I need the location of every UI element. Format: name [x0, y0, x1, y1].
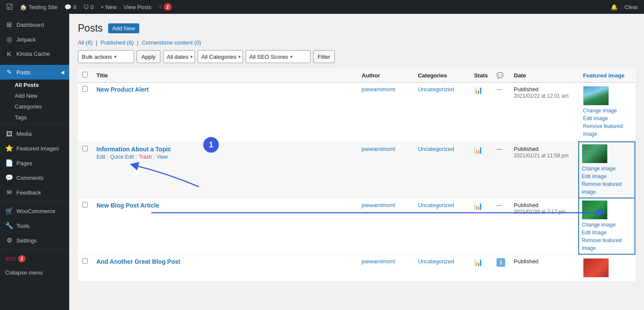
sidebar-subitem-categories[interactable]: Categories	[0, 101, 69, 112]
adminbar-comments[interactable]: 💬 8	[61, 0, 80, 14]
row2-edit-link[interactable]: Edit	[96, 154, 106, 160]
row4-checkbox[interactable]	[82, 258, 88, 264]
adminbar-yoast[interactable]: Y 2	[155, 0, 175, 14]
row3-date-value: 2021/01/20 at 7:17 pm	[514, 209, 566, 215]
row3-category-cell: Uncategorized	[413, 198, 470, 254]
sidebar-item-kinsta[interactable]: K Kinsta Cache	[0, 47, 69, 61]
row2-author-link[interactable]: joewarnimont	[362, 146, 395, 152]
row1-category-cell: Uncategorized	[413, 83, 470, 142]
select-all-checkbox[interactable]	[82, 72, 88, 77]
row4-author-link[interactable]: joewarnimont	[362, 258, 395, 265]
row3-category-link[interactable]: Uncategorized	[418, 202, 454, 208]
table-row: New Product Alert joewarnimont Uncategor…	[78, 83, 635, 142]
row2-checkbox[interactable]	[82, 146, 88, 151]
row2-title-link[interactable]: Information About a Topic	[96, 146, 171, 153]
sidebar-item-jetpack[interactable]: ◎ Jetpack	[0, 32, 69, 47]
row2-img-links: Change image Edit Image Remove featured …	[582, 165, 632, 196]
add-new-button[interactable]: Add New	[108, 23, 140, 33]
filter-published-link[interactable]: Published (6)	[101, 39, 134, 46]
sidebar-item-posts[interactable]: ✎ Posts ◀	[0, 65, 69, 80]
row2-date-cell: Published 2021/01/21 at 11:59 pm	[509, 142, 579, 198]
row1-author-link[interactable]: joewarnimont	[362, 86, 395, 93]
adminbar-notifications[interactable]: 🔔	[607, 0, 621, 14]
sidebar-item-featured-images[interactable]: ⭐ Featured Images	[0, 141, 69, 156]
row2-change-image-link[interactable]: Change image	[582, 165, 632, 173]
row1-featured-thumb[interactable]	[583, 86, 609, 105]
row2-view-link[interactable]: View	[157, 154, 168, 160]
sidebar-item-dashboard[interactable]: ⊞ Dashboard	[0, 17, 69, 32]
row2-date-value: 2021/01/21 at 11:59 pm	[514, 153, 569, 159]
bulk-actions-select[interactable]: Bulk actions	[80, 54, 120, 60]
seo-icon: SEO	[5, 256, 13, 262]
pages-icon: 📄	[5, 159, 13, 167]
row4-stats-icon[interactable]: 📊	[474, 259, 483, 266]
row2-featured-thumb[interactable]	[582, 144, 608, 163]
row1-change-image-link[interactable]: Change image	[583, 107, 631, 115]
row2-stats-cell: 📊	[470, 142, 492, 198]
sidebar-subitem-add-new[interactable]: Add New	[0, 90, 69, 101]
sidebar-item-feedback[interactable]: ✉ Feedback	[0, 185, 69, 200]
page-title-row: Posts Add New	[78, 22, 635, 34]
row3-stats-icon[interactable]: 📊	[474, 202, 483, 210]
sidebar-item-tools[interactable]: 🔧 Tools	[0, 218, 69, 233]
sidebar-item-settings[interactable]: ⚙ Settings	[0, 233, 69, 248]
sidebar-item-media[interactable]: 🖼 Media	[0, 127, 69, 141]
row3-author-link[interactable]: joewarnimont	[362, 202, 395, 208]
row2-remove-image-link[interactable]: Remove featured image	[582, 180, 632, 196]
row4-featured-cell	[579, 254, 635, 281]
dates-select[interactable]: All dates	[165, 54, 196, 60]
sidebar-item-seo[interactable]: SEO 2	[0, 252, 69, 266]
adminbar-view-posts[interactable]: View Posts	[120, 0, 155, 14]
row4-title-link[interactable]: And Another Great Blog Post	[96, 258, 180, 265]
dashboard-icon: ⊞	[5, 21, 13, 29]
filter-cornerstone-link[interactable]: Cornerstone content (0)	[142, 39, 201, 46]
row3-remove-image-link[interactable]: Remove featured image	[582, 236, 632, 252]
row4-comments-cell: 1	[492, 254, 509, 281]
adminbar-clear[interactable]: Clear	[621, 4, 641, 10]
adminbar-site[interactable]: 🏠 Testing Site	[16, 0, 61, 14]
row4-featured-thumb[interactable]	[583, 258, 609, 278]
filter-button[interactable]: Filter	[313, 50, 335, 63]
row2-edit-image-link[interactable]: Edit Image	[582, 173, 632, 180]
posts-icon: ✎	[5, 68, 13, 76]
sidebar-subitem-all-posts[interactable]: All Posts	[0, 80, 69, 90]
sidebar-item-comments[interactable]: 💬 Comments	[0, 170, 69, 185]
row1-stats-icon[interactable]: 📊	[474, 86, 483, 94]
jetpack-icon: ◎	[5, 35, 13, 43]
row3-edit-image-link[interactable]: Edit Image	[582, 229, 632, 236]
sidebar-item-woocommerce[interactable]: 🛒 WooCommerce	[0, 204, 69, 218]
home-icon: 🏠	[20, 4, 27, 10]
row4-category-cell: Uncategorized	[413, 254, 470, 281]
collapse-menu-btn[interactable]: Collapse menu	[0, 266, 69, 279]
sidebar-item-pages[interactable]: 📄 Pages	[0, 156, 69, 170]
row1-checkbox[interactable]	[82, 86, 88, 92]
adminbar-new[interactable]: + New	[97, 0, 120, 14]
row2-featured-cell: Change image Edit Image Remove featured …	[579, 142, 635, 198]
wp-logo[interactable]: ☑	[3, 2, 16, 12]
row2-trash-link[interactable]: Trash	[139, 154, 152, 160]
adminbar-bubbles[interactable]: 🗨 0	[80, 0, 97, 14]
filter-all-link[interactable]: All (6)	[78, 39, 93, 46]
row1-edit-image-link[interactable]: Edit Image	[583, 115, 631, 122]
row1-category-link[interactable]: Uncategorized	[418, 86, 454, 93]
seo-scores-select[interactable]: All SEO Scores	[248, 54, 296, 60]
row4-comments-badge: 1	[497, 258, 505, 267]
sidebar-subitem-tags[interactable]: Tags	[0, 112, 69, 123]
row2-category-link[interactable]: Uncategorized	[418, 146, 454, 152]
row3-featured-thumb[interactable]	[582, 200, 608, 220]
apply-button[interactable]: Apply	[137, 50, 160, 63]
row4-stats-cell: 📊	[470, 254, 492, 281]
row1-remove-image-link[interactable]: Remove featured image	[583, 122, 631, 138]
row2-stats-icon[interactable]: 📊	[474, 146, 483, 153]
categories-select[interactable]: All Categories	[200, 54, 244, 60]
row3-change-image-link[interactable]: Change image	[582, 221, 632, 229]
row3-img-links: Change image Edit Image Remove featured …	[582, 221, 632, 252]
yoast-icon: Y	[158, 4, 162, 10]
row2-quick-edit-link[interactable]: Quick Edit	[110, 154, 134, 160]
row3-title-link[interactable]: New Blog Post Article	[96, 202, 159, 209]
row3-checkbox[interactable]	[82, 202, 88, 208]
row1-title-link[interactable]: New Product Alert	[96, 86, 149, 93]
row4-category-link[interactable]: Uncategorized	[418, 258, 454, 265]
row1-comments-cell: —	[492, 83, 509, 142]
comments-icon: 💬	[5, 174, 13, 182]
